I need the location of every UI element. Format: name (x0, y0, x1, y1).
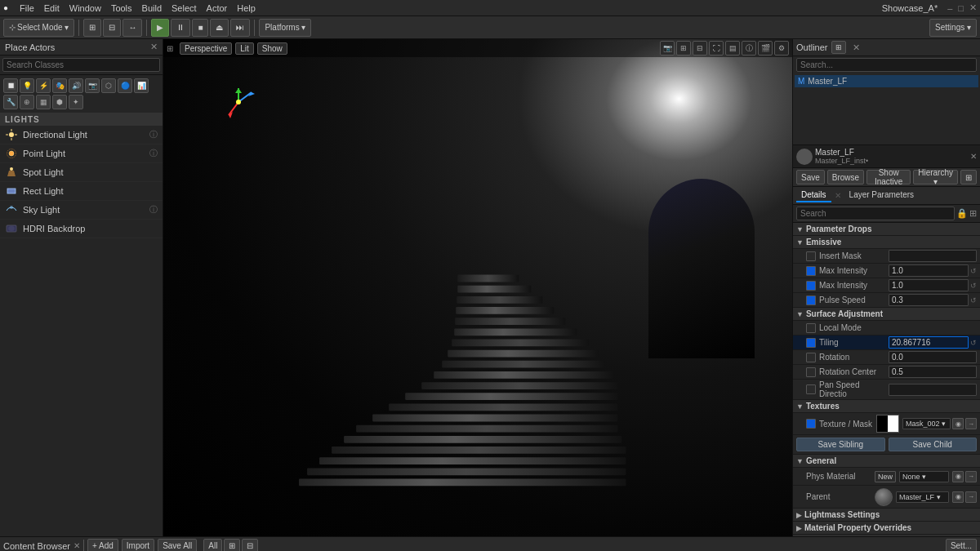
place-icon-2[interactable]: 💡 (20, 78, 34, 93)
texture-mask-check[interactable] (806, 419, 816, 429)
phys-browse-btn[interactable]: ◉ (952, 471, 964, 482)
rotation-check[interactable] (806, 353, 816, 362)
save-all-btn[interactable]: Save All (158, 539, 197, 551)
vp-film-icon[interactable]: 🎬 (758, 41, 773, 56)
max-intensity-1-reset[interactable]: ↺ (970, 267, 977, 275)
material-property-header[interactable]: ▶ Material Property Overrides (793, 522, 980, 535)
save-sibling-btn[interactable]: Save Sibling (796, 438, 885, 451)
show-inactive-btn[interactable]: Show Inactive (866, 170, 911, 184)
cb-filter-btn[interactable]: ⊟ (242, 539, 258, 551)
vp-snap-icon[interactable]: ⊟ (693, 41, 707, 56)
outliner-master-lf[interactable]: M Master_LF (795, 75, 978, 87)
tab-layer-params[interactable]: Layer Parameters (844, 189, 919, 202)
platforms-btn[interactable]: Platforms ▾ (259, 19, 311, 37)
place-icon-7[interactable]: ⬡ (101, 78, 116, 93)
texture-browse-btn[interactable]: ◉ (952, 418, 964, 429)
vp-camera-icon[interactable]: 📷 (660, 41, 675, 56)
textures-header[interactable]: ▼ Textures (793, 400, 980, 413)
directional-light-item[interactable]: Directional Light ⓘ (0, 126, 163, 144)
grid-btn[interactable]: ⊟ (103, 19, 121, 37)
search-classes-input[interactable] (2, 58, 160, 72)
details-filter-icon[interactable]: ⊞ (969, 208, 977, 219)
place-icon-6[interactable]: 📷 (85, 78, 100, 93)
place-icon-5[interactable]: 🔊 (69, 78, 83, 93)
pulse-speed-check[interactable] (806, 295, 816, 305)
vp-grid-icon[interactable]: ⊞ (676, 41, 691, 56)
max-intensity-1-input[interactable] (889, 264, 969, 277)
max-intensity-2-check[interactable] (806, 281, 816, 291)
place-icon-14[interactable]: ✦ (69, 95, 83, 109)
tab-details[interactable]: Details (796, 189, 831, 202)
save-btn[interactable]: Save (796, 170, 825, 184)
pan-speed-check[interactable] (806, 384, 816, 394)
lightmass-header[interactable]: ▶ Lightmass Settings (793, 509, 980, 522)
phys-arrow-btn[interactable]: → (965, 471, 977, 482)
place-icon-13[interactable]: ⬢ (52, 95, 67, 109)
cb-settings-btn[interactable]: Sett... (946, 539, 977, 551)
parent-select-btn[interactable]: Master_LF ▾ (896, 491, 949, 503)
pulse-speed-reset[interactable]: ↺ (970, 296, 977, 304)
import-btn[interactable]: Import (122, 539, 154, 551)
outliner-search-input[interactable] (796, 58, 977, 72)
place-icon-3[interactable]: ⚡ (36, 78, 51, 93)
perspective-btn[interactable]: Perspective (180, 42, 232, 55)
content-browser-close[interactable]: ✕ (74, 541, 80, 550)
show-btn[interactable]: Show (257, 42, 287, 55)
max-intensity-1-check[interactable] (806, 266, 816, 276)
parent-browse-btn[interactable]: ◉ (952, 491, 964, 503)
material-close[interactable]: ✕ (970, 152, 977, 161)
window-min[interactable]: – (947, 3, 952, 13)
vp-settings-icon[interactable]: ⚙ (774, 41, 789, 56)
lit-btn[interactable]: Lit (235, 42, 254, 55)
phys-new-btn[interactable]: New (875, 471, 896, 482)
pause-btn[interactable]: ⏸ (171, 19, 190, 37)
insert-mask-check[interactable] (806, 251, 816, 261)
texture-arrow-btn[interactable]: → (965, 418, 977, 429)
max-intensity-2-reset[interactable]: ↺ (970, 282, 977, 290)
play-btn[interactable]: ▶ (151, 19, 169, 37)
rotation-center-check[interactable] (806, 367, 816, 377)
point-light-item[interactable]: Point Light ⓘ (0, 144, 163, 163)
outliner-menu-btn[interactable]: ⊞ (831, 41, 846, 54)
surface-adjustment-header[interactable]: ▼ Surface Adjustment (793, 308, 980, 321)
tiling-input[interactable] (889, 336, 969, 349)
phys-select-btn[interactable]: None ▾ (899, 471, 949, 482)
place-icon-10[interactable]: 🔧 (3, 95, 18, 109)
place-icon-8[interactable]: 🔵 (118, 78, 132, 93)
tiling-reset[interactable]: ↺ (970, 339, 977, 347)
details-lock-icon[interactable]: 🔒 (956, 208, 968, 219)
rotation-center-input[interactable] (889, 366, 977, 378)
outliner-close[interactable]: ✕ (853, 42, 860, 53)
menu-actor[interactable]: Actor (202, 0, 233, 16)
details-menu-btn[interactable]: ⊞ (960, 170, 977, 184)
snap-btn[interactable]: ⊞ (83, 19, 101, 37)
general-header[interactable]: ▼ General (793, 455, 980, 468)
window-close[interactable]: ✕ (969, 2, 977, 13)
place-icon-4[interactable]: 🎭 (52, 78, 67, 93)
pan-speed-input[interactable] (889, 384, 977, 396)
browse-btn[interactable]: Browse (827, 170, 864, 184)
settings-btn[interactable]: Settings ▾ (929, 19, 977, 37)
transform-btn[interactable]: ↔ (122, 19, 142, 37)
texture-select-btn[interactable]: Mask_002 ▾ (902, 418, 951, 429)
place-actors-close[interactable]: ✕ (150, 42, 158, 52)
place-icon-1[interactable]: 🔲 (3, 78, 18, 93)
save-child-btn[interactable]: Save Child (889, 438, 978, 451)
advanced-header[interactable]: ▶ Advanced (793, 535, 980, 536)
hierarchy-btn[interactable]: Hierarchy ▾ (913, 170, 958, 184)
local-mode-check[interactable] (806, 323, 816, 333)
add-content-btn[interactable]: + Add (87, 539, 118, 551)
select-mode-btn[interactable]: ⊹ Select Mode ▾ (3, 19, 74, 37)
menu-select[interactable]: Select (167, 0, 202, 16)
stop-btn[interactable]: ■ (192, 19, 208, 37)
emissive-header[interactable]: ▼ Emissive (793, 236, 980, 249)
rect-light-item[interactable]: Rect Light (0, 182, 163, 201)
menu-file[interactable]: File (15, 0, 39, 16)
place-icon-9[interactable]: 📊 (134, 78, 149, 93)
menu-edit[interactable]: Edit (39, 0, 65, 16)
max-intensity-2-input[interactable] (889, 279, 969, 291)
hdri-backdrop-item[interactable]: HDRI Backdrop (0, 220, 163, 238)
skip-btn[interactable]: ⏭ (230, 19, 250, 37)
rotation-input[interactable] (889, 351, 977, 363)
menu-help[interactable]: Help (232, 0, 261, 16)
